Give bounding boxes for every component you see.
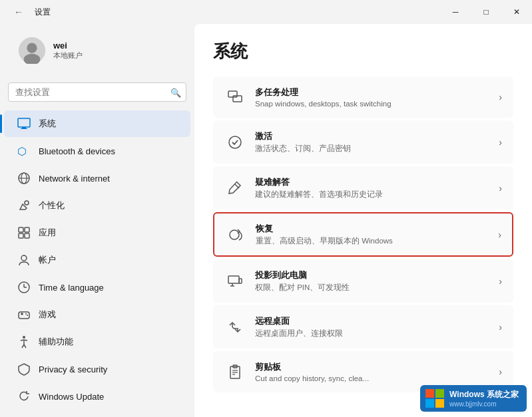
- settings-item-text-troubleshoot: 疑难解答 建议的疑难解答、首选项和历史记录: [255, 176, 493, 200]
- close-button[interactable]: ✕: [501, 0, 532, 24]
- sidebar-item-update[interactable]: Windows Update: [4, 383, 190, 410]
- settings-list: 多任务处理 Snap windows, desktops, task switc…: [213, 76, 513, 394]
- svg-point-24: [23, 336, 25, 339]
- nav-list: 系统 ⬡ Bluetooth & devices Network & inter…: [0, 110, 194, 410]
- settings-item-desc-activation: 激活状态、订阅、产品密钥: [255, 144, 493, 154]
- settings-item-arrow-project: ›: [499, 276, 502, 287]
- user-profile[interactable]: wei 本地账户: [5, 27, 189, 74]
- settings-item-title-multitask: 多任务处理: [255, 86, 493, 98]
- sidebar-item-network[interactable]: Network & internet: [4, 165, 190, 192]
- back-button[interactable]: ←: [9, 3, 28, 21]
- sidebar-item-label-update: Windows Update: [39, 392, 104, 402]
- svg-rect-42: [435, 399, 444, 408]
- sidebar-item-label-apps: 应用: [39, 227, 56, 239]
- sidebar-item-label-bluetooth: Bluetooth & devices: [39, 146, 115, 156]
- titlebar: ← 设置 ─ □ ✕: [0, 0, 532, 24]
- system-icon: [17, 117, 31, 130]
- avatar: [19, 37, 45, 64]
- settings-item-title-project: 投影到此电脑: [255, 269, 493, 281]
- search-input[interactable]: [8, 82, 186, 102]
- settings-item-arrow-clipboard: ›: [499, 366, 502, 377]
- watermark-line2: www.bjjmlv.com: [449, 400, 519, 408]
- watermark-text: Windows 系统之家 www.bjjmlv.com: [449, 389, 519, 408]
- settings-item-text-project: 投影到此电脑 权限、配对 PIN、可发现性: [255, 269, 493, 293]
- sidebar-item-label-privacy: Privacy & security: [39, 364, 107, 374]
- bluetooth-icon: ⬡: [17, 144, 31, 158]
- sidebar-item-bluetooth[interactable]: ⬡ Bluetooth & devices: [4, 138, 190, 164]
- svg-point-27: [229, 136, 241, 148]
- page-title: 系统: [213, 40, 513, 63]
- sidebar-item-time[interactable]: Time & language: [4, 274, 190, 301]
- sidebar: wei 本地账户 🔍 系统 ⬡ Bluetooth & devices Netw…: [0, 24, 194, 417]
- accessibility-icon: [17, 335, 31, 348]
- svg-line-28: [235, 184, 239, 188]
- time-icon: [17, 281, 31, 294]
- maximize-button[interactable]: □: [471, 0, 501, 24]
- svg-rect-3: [22, 127, 26, 128]
- settings-item-arrow-recovery: ›: [498, 229, 501, 240]
- sidebar-item-gaming[interactable]: 游戏: [4, 301, 190, 328]
- remote-icon: [224, 317, 246, 338]
- sidebar-item-label-gaming: 游戏: [39, 309, 56, 321]
- sidebar-item-system[interactable]: 系统: [4, 110, 190, 137]
- settings-item-remote[interactable]: 远程桌面 远程桌面用户、连接权限 ›: [213, 305, 513, 348]
- multitask-icon: [224, 86, 246, 108]
- settings-item-desc-troubleshoot: 建议的疑难解答、首选项和历史记录: [255, 190, 493, 200]
- minimize-button[interactable]: ─: [440, 0, 471, 24]
- svg-point-0: [27, 43, 37, 53]
- sidebar-item-label-accounts: 帐户: [39, 254, 56, 266]
- svg-rect-12: [19, 233, 23, 238]
- svg-rect-31: [239, 279, 242, 283]
- network-icon: [17, 172, 31, 185]
- settings-item-desc-clipboard: Cut and copy history, sync, clea...: [255, 374, 493, 382]
- sidebar-item-accessibility[interactable]: 辅助功能: [4, 329, 190, 355]
- settings-item-recovery[interactable]: 恢复 重置、高级启动、早期版本的 Windows ›: [213, 212, 513, 257]
- svg-point-1: [24, 54, 41, 64]
- settings-item-text-recovery: 恢复 重置、高级启动、早期版本的 Windows: [256, 223, 493, 246]
- settings-item-title-remote: 远程桌面: [255, 315, 493, 327]
- main-content: 系统 多任务处理 Snap windows, desktops, task sw…: [194, 24, 532, 417]
- svg-rect-13: [25, 233, 29, 238]
- project-icon: [224, 271, 246, 292]
- svg-rect-10: [19, 227, 23, 232]
- settings-item-text-multitask: 多任务处理 Snap windows, desktops, task switc…: [255, 86, 493, 108]
- settings-item-title-troubleshoot: 疑难解答: [255, 176, 493, 188]
- update-icon: [17, 390, 31, 403]
- svg-rect-4: [21, 128, 27, 129]
- sidebar-item-label-time: Time & language: [39, 283, 104, 293]
- sidebar-item-label-personalization: 个性化: [39, 200, 65, 211]
- settings-item-desc-remote: 远程桌面用户、连接权限: [255, 329, 493, 339]
- settings-item-arrow-activation: ›: [499, 137, 502, 148]
- svg-rect-40: [435, 389, 444, 398]
- settings-item-title-clipboard: 剪贴板: [255, 361, 493, 373]
- clipboard-icon: [224, 361, 246, 382]
- activation-icon: [224, 132, 246, 153]
- recovery-icon: [225, 224, 246, 245]
- svg-rect-2: [18, 118, 30, 127]
- sidebar-item-label-network: Network & internet: [39, 174, 110, 184]
- svg-point-9: [25, 201, 29, 205]
- search-box: 🔍: [8, 82, 186, 102]
- sidebar-item-apps[interactable]: 应用: [4, 219, 190, 246]
- svg-point-14: [21, 255, 27, 261]
- settings-item-project[interactable]: 投影到此电脑 权限、配对 PIN、可发现性 ›: [213, 259, 513, 303]
- user-info: wei 本地账户: [53, 41, 83, 61]
- settings-item-troubleshoot[interactable]: 疑难解答 建议的疑难解答、首选项和历史记录 ›: [213, 166, 513, 209]
- svg-rect-11: [25, 227, 29, 232]
- settings-item-title-activation: 激活: [255, 130, 493, 142]
- sidebar-item-privacy[interactable]: Privacy & security: [4, 356, 190, 382]
- svg-text:⬡: ⬡: [17, 146, 27, 157]
- settings-item-activation[interactable]: 激活 激活状态、订阅、产品密钥 ›: [213, 120, 513, 164]
- settings-item-arrow-troubleshoot: ›: [499, 183, 502, 194]
- apps-icon: [17, 226, 31, 239]
- svg-rect-30: [228, 276, 239, 283]
- settings-item-multitask[interactable]: 多任务处理 Snap windows, desktops, task switc…: [213, 76, 513, 118]
- settings-item-text-remote: 远程桌面 远程桌面用户、连接权限: [255, 315, 493, 339]
- watermark: Windows 系统之家 www.bjjmlv.com: [420, 385, 527, 412]
- settings-item-title-recovery: 恢复: [256, 223, 493, 235]
- svg-point-22: [25, 313, 27, 315]
- search-icon: 🔍: [170, 87, 181, 97]
- sidebar-item-accounts[interactable]: 帐户: [4, 247, 190, 273]
- sidebar-item-personalization[interactable]: 个性化: [4, 192, 190, 219]
- back-icon: ←: [14, 7, 23, 17]
